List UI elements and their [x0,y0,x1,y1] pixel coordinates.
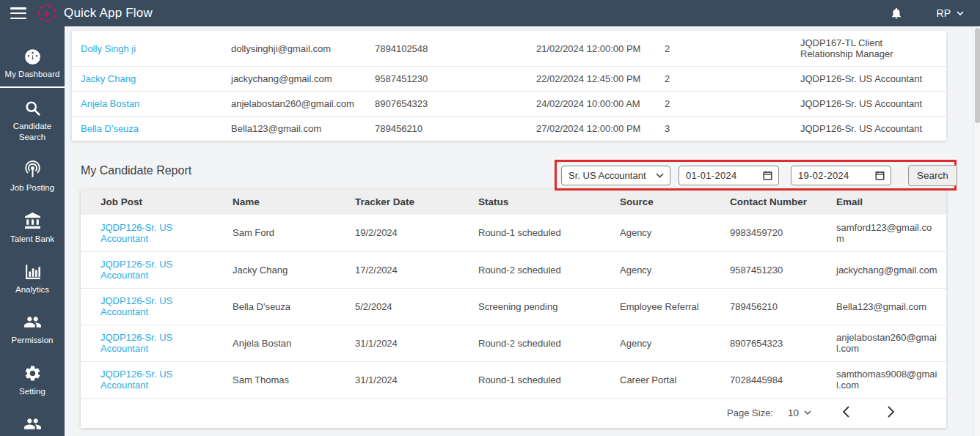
column-header: Tracker Date [348,189,471,215]
bar-chart-icon [23,262,42,281]
date-to-input[interactable]: 19-02-2024 [791,166,891,185]
notifications-bell-icon[interactable] [890,7,903,20]
table-row[interactable]: Dolly Singh ji dollysinghji@gmail.com 78… [72,31,946,67]
job-post-link[interactable]: JQDP126-Sr. US Accountant [100,332,172,354]
sidebar-nav: My Dashboard Candidate Search Job Postin… [0,26,65,436]
app-logo-icon [38,4,56,22]
column-header: Job Post [81,189,225,215]
table-row[interactable]: Anjela Bostan anjelabostan260@gmail.com … [72,92,946,117]
sidebar-item-analytics[interactable]: Analytics [0,258,65,302]
candidate-phone: 7894102548 [366,31,527,67]
sidebar-item-talent-bank[interactable]: Talent Bank [0,207,65,251]
report-email: anjelabostan260@gmail.com [829,325,946,361]
candidate-job: JQDP167-TL Client Relationship Manager [791,31,946,67]
dashboard-icon [23,47,42,65]
next-page-button[interactable] [881,406,901,420]
candidate-email: Bella123@gmail.com [222,117,366,141]
sidebar-item-candidate-search[interactable]: Candidate Search [0,95,65,149]
job-post-link[interactable]: JQDP126-Sr. US Accountant [100,222,172,244]
report-header-row: Job Post Name Tracker Date Status Source… [81,189,946,215]
table-row[interactable]: Jacky Chang jackychang@gmail.com 9587451… [72,67,946,92]
candidate-name-link[interactable]: Dolly Singh ji [81,43,136,54]
date-to-value: 19-02-2024 [798,170,849,181]
report-table-card: Job Post Name Tracker Date Status Source… [81,189,946,428]
calendar-icon[interactable] [763,171,772,180]
table-row[interactable]: JQDP126-Sr. US Accountant Sam Ford 19/2/… [81,215,946,251]
page-size-select[interactable]: 10 [788,407,811,418]
report-name: Jacky Chang [225,251,348,288]
scrollbar-thumb[interactable] [975,28,980,123]
report-source: Agency [612,215,723,251]
report-contact: 789456210 [723,288,829,325]
candidate-name-link[interactable]: Bella D'seuza [81,123,139,134]
calendar-icon[interactable] [875,171,885,180]
table-row[interactable]: JQDP126-Sr. US Accountant Anjela Bostan … [81,325,946,361]
candidates-table-card: Dolly Singh ji dollysinghji@gmail.com 78… [72,31,946,141]
candidate-count: 2 [656,31,791,67]
report-table: Job Post Name Tracker Date Status Source… [81,189,946,399]
user-menu[interactable]: RP [937,7,964,19]
job-post-link[interactable]: JQDP126-Sr. US Accountant [100,369,172,391]
candidate-datetime: 24/02/2024 10:00:00 AM [527,92,656,117]
date-from-input[interactable]: 01-01-2024 [679,166,779,185]
report-contact: 7028445984 [723,361,829,398]
table-row[interactable]: JQDP126-Sr. US Accountant Jacky Chang 17… [81,251,946,288]
candidate-count: 2 [656,67,791,92]
hamburger-menu-icon[interactable] [10,7,26,19]
candidate-datetime: 22/02/2024 12:45:00 PM [527,67,656,92]
report-source: Agency [612,325,723,361]
users-icon [23,313,42,331]
sidebar-item-label: Talent Bank [10,234,54,244]
report-contact: 9983459720 [723,215,829,251]
sidebar-item-media-library[interactable]: Media Library [0,410,65,436]
candidate-job: JQDP126-Sr. US Accountant [791,92,946,117]
report-source: Agency [612,251,723,288]
table-row[interactable]: JQDP126-Sr. US Accountant Bella D'seuza … [81,288,946,325]
chevron-down-icon [957,11,964,16]
job-filter-select[interactable]: Sr. US Accountant [561,166,670,185]
report-status: Round-2 scheduled [471,251,612,288]
report-tracker-date: 17/2/2024 [348,251,471,288]
sidebar-item-label: Job Posting [10,182,54,193]
candidate-job: JQDP126-Sr. US Accountant [791,117,946,141]
chevron-down-icon [804,410,811,415]
users-icon [23,415,42,433]
report-name: Anjela Bostan [225,325,348,361]
sidebar-item-label: My Dashboard [5,69,60,79]
job-filter-value: Sr. US Accountant [568,170,646,181]
job-post-link[interactable]: JQDP126-Sr. US Accountant [100,259,172,281]
candidate-name-link[interactable]: Jacky Chang [81,73,136,84]
report-status: Round-1 scheduled [471,361,612,398]
sidebar-item-label: Setting [19,386,45,396]
report-email: jackychang@gmail.com [829,251,946,288]
sidebar-item-label: Permission [12,335,54,345]
sidebar-item-setting[interactable]: Setting [0,360,65,404]
previous-page-button[interactable] [836,406,856,420]
report-email: samford123@gmail.com [829,215,946,251]
candidate-email: jackychang@gmail.com [222,67,366,92]
sidebar-item-permission[interactable]: Permission [0,308,65,352]
candidate-phone: 789456210 [366,117,527,141]
gear-icon [23,364,42,383]
chevron-left-icon [842,406,850,418]
table-row[interactable]: Bella D'seuza Bella123@gmail.com 7894562… [72,117,946,141]
sidebar-item-my-dashboard[interactable]: My Dashboard [0,43,65,88]
report-name: Sam Ford [225,215,348,251]
candidate-email: anjelabostan260@gmail.com [222,92,366,117]
report-source: Employee Referral [612,288,723,325]
table-row[interactable]: JQDP126-Sr. US Accountant Sam Thomas 31/… [81,361,946,398]
report-status: Round-2 scheduled [471,325,612,361]
candidate-email: dollysinghji@gmail.com [222,31,366,67]
candidate-job: JQDP126-Sr. US Accountant [791,67,946,92]
job-post-link[interactable]: JQDP126-Sr. US Accountant [100,295,172,317]
report-contact: 9587451230 [723,251,829,288]
sidebar-item-label: Analytics [15,284,49,295]
candidate-name-link[interactable]: Anjela Bostan [81,98,139,109]
broadcast-icon [23,160,42,179]
search-button[interactable]: Search [908,165,957,186]
candidates-table: Dolly Singh ji dollysinghji@gmail.com 78… [72,31,946,141]
sidebar-item-job-posting[interactable]: Job Posting [0,156,65,200]
vertical-scrollbar[interactable] [973,26,980,436]
report-tracker-date: 31/1/2024 [348,325,471,361]
report-tracker-date: 31/1/2024 [348,361,471,398]
